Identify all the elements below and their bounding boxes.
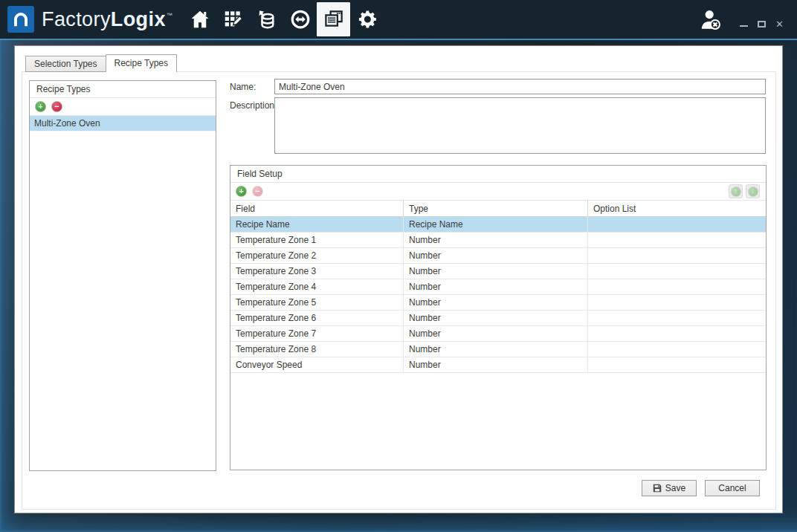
- cell-type: Number: [404, 311, 588, 325]
- table-row[interactable]: Temperature Zone 6Number: [230, 311, 766, 326]
- cell-option_list: [588, 342, 766, 357]
- cell-field: Recipe Name: [230, 217, 404, 232]
- brand-title: FactoryLogix™: [42, 8, 172, 31]
- cell-field: Temperature Zone 8: [230, 342, 404, 357]
- maximize-icon[interactable]: [756, 18, 767, 29]
- cell-option_list: [588, 233, 766, 247]
- cell-type: Number: [404, 357, 588, 372]
- description-input[interactable]: [274, 97, 766, 154]
- recipe-types-toolbar: + −: [30, 98, 216, 116]
- table-row[interactable]: Temperature Zone 8Number: [230, 342, 766, 357]
- tab-strip: Selection Types Recipe Types: [25, 54, 176, 72]
- column-header-field[interactable]: Field: [230, 201, 404, 216]
- table-row[interactable]: Temperature Zone 4Number: [230, 279, 766, 295]
- name-input[interactable]: [274, 79, 766, 94]
- cell-field: Temperature Zone 1: [230, 233, 404, 247]
- move-up-icon: ↑: [731, 186, 741, 197]
- cell-type: Recipe Name: [404, 217, 588, 232]
- cell-type: Number: [404, 279, 588, 294]
- materials-database-icon[interactable]: [250, 2, 283, 36]
- recipe-type-list: Multi-Zone Oven: [30, 116, 216, 132]
- cell-field: Temperature Zone 6: [230, 311, 404, 325]
- column-header-type[interactable]: Type: [404, 201, 588, 216]
- close-icon[interactable]: ✕: [774, 19, 785, 30]
- column-header-option-list[interactable]: Option List: [588, 201, 766, 216]
- settings-gear-icon[interactable]: [350, 2, 384, 36]
- cell-type: Number: [404, 342, 588, 357]
- cell-type: Number: [404, 264, 588, 279]
- save-button-label: Save: [665, 483, 685, 493]
- cell-type: Number: [404, 295, 588, 310]
- brand-second: Logix: [111, 8, 166, 31]
- cell-option_list: [588, 295, 766, 310]
- minimize-icon[interactable]: [738, 18, 749, 29]
- cell-type: Number: [404, 248, 588, 263]
- cell-option_list: [588, 217, 766, 232]
- cell-option_list: [588, 279, 766, 294]
- cell-option_list: [588, 248, 766, 263]
- add-field-icon[interactable]: +: [236, 186, 247, 197]
- titlebar-right: ✕: [698, 7, 797, 31]
- cell-option_list: [588, 357, 766, 372]
- brand-first: Factory: [42, 8, 111, 31]
- application-window: FactoryLogix™: [0, 0, 797, 532]
- table-row[interactable]: Temperature Zone 5Number: [230, 295, 766, 311]
- document-templates-icon[interactable]: [317, 2, 350, 36]
- table-row[interactable]: Conveyor SpeedNumber: [230, 357, 766, 373]
- field-table-body: Recipe NameRecipe NameTemperature Zone 1…: [230, 217, 766, 373]
- cell-type: Number: [404, 326, 588, 341]
- data-transfer-icon[interactable]: [283, 2, 317, 36]
- move-down-icon: ↓: [748, 186, 758, 197]
- remove-recipe-type-icon[interactable]: −: [51, 101, 62, 112]
- cell-option_list: [588, 326, 766, 341]
- cancel-button-label: Cancel: [718, 483, 746, 493]
- cell-option_list: [588, 311, 766, 325]
- save-button[interactable]: Save: [642, 480, 697, 496]
- description-label: Description:: [230, 100, 277, 111]
- field-setup-toolbar: + − ↑ ↓: [230, 183, 766, 201]
- production-edit-icon[interactable]: [216, 2, 250, 36]
- field-setup-title: Field Setup: [230, 166, 766, 183]
- remove-field-icon[interactable]: −: [252, 186, 263, 197]
- title-bar: FactoryLogix™: [0, 0, 797, 39]
- field-table-header: Field Type Option List: [230, 201, 766, 217]
- table-row[interactable]: Temperature Zone 1Number: [230, 233, 766, 248]
- name-label: Name:: [230, 82, 256, 92]
- tab-recipe-types[interactable]: Recipe Types: [106, 54, 178, 72]
- add-recipe-type-icon[interactable]: +: [35, 101, 46, 112]
- cell-field: Temperature Zone 2: [230, 248, 404, 263]
- cell-field: Temperature Zone 4: [230, 279, 404, 294]
- cell-field: Temperature Zone 5: [230, 295, 404, 310]
- main-nav: [183, 0, 384, 39]
- table-row[interactable]: Temperature Zone 3Number: [230, 264, 766, 279]
- brand-trademark: ™: [167, 12, 172, 19]
- cell-field: Temperature Zone 7: [230, 326, 404, 341]
- move-field-up-button[interactable]: ↑: [729, 184, 743, 198]
- list-item[interactable]: Multi-Zone Oven: [30, 116, 216, 132]
- move-field-down-button[interactable]: ↓: [746, 184, 760, 198]
- table-row[interactable]: Recipe NameRecipe Name: [230, 217, 766, 233]
- cell-type: Number: [404, 233, 588, 247]
- cell-field: Conveyor Speed: [230, 357, 404, 372]
- cell-field: Temperature Zone 3: [230, 264, 404, 279]
- tab-selection-types[interactable]: Selection Types: [25, 56, 106, 72]
- table-row[interactable]: Temperature Zone 2Number: [230, 248, 766, 264]
- home-icon[interactable]: [183, 2, 216, 36]
- field-setup-box: Field Setup + − ↑ ↓ Field Type Option Li…: [230, 165, 767, 470]
- user-logout-icon[interactable]: [698, 7, 722, 31]
- recipe-types-box-title: Recipe Types: [30, 81, 216, 98]
- cell-option_list: [588, 264, 766, 279]
- cancel-button[interactable]: Cancel: [705, 480, 760, 496]
- window-controls: ✕: [738, 17, 785, 30]
- main-panel: Selection Types Recipe Types Recipe Type…: [14, 45, 783, 513]
- recipe-types-box: Recipe Types + − Multi-Zone Oven: [29, 80, 216, 471]
- table-row[interactable]: Temperature Zone 7Number: [230, 326, 766, 342]
- factorylogix-logo-icon: [7, 6, 34, 33]
- save-floppy-icon: [653, 484, 662, 493]
